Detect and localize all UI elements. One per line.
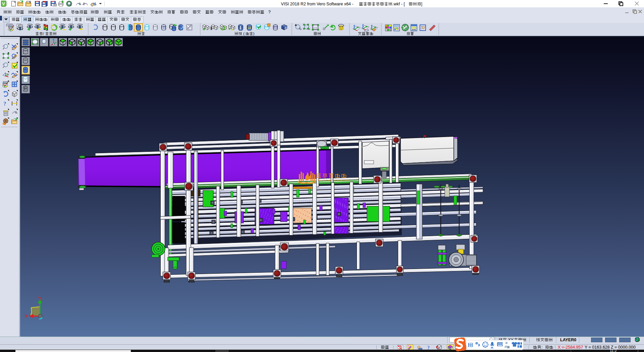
svg-text:.wkf - [: .wkf - [ bbox=[392, 2, 405, 6]
svg-text::: : bbox=[541, 345, 544, 350]
svg-text:VISI 2018 R2 from Vero Softwar: VISI 2018 R2 from Vero Software x64 - bbox=[281, 2, 355, 6]
svg-text:V: V bbox=[2, 1, 5, 6]
svg-text:): ) bbox=[253, 32, 255, 36]
svg-text:LAYER0: LAYER0 bbox=[560, 338, 576, 342]
svg-text:SOLI CNT MNL FACWPNO DATA: SOLI CNT MNL FACWPNO DATA bbox=[318, 179, 349, 181]
svg-text:]: ] bbox=[421, 2, 422, 6]
svg-text:1:1: 1:1 bbox=[313, 26, 317, 29]
svg-text:?: ? bbox=[427, 345, 430, 350]
svg-text:?: ? bbox=[268, 10, 271, 14]
svg-text:11:2: 11:2 bbox=[610, 349, 617, 352]
svg-text:?: ? bbox=[3, 100, 6, 107]
svg-text:X =-2584.957: X =-2584.957 bbox=[558, 345, 583, 350]
svg-text:(: ( bbox=[242, 32, 245, 36]
